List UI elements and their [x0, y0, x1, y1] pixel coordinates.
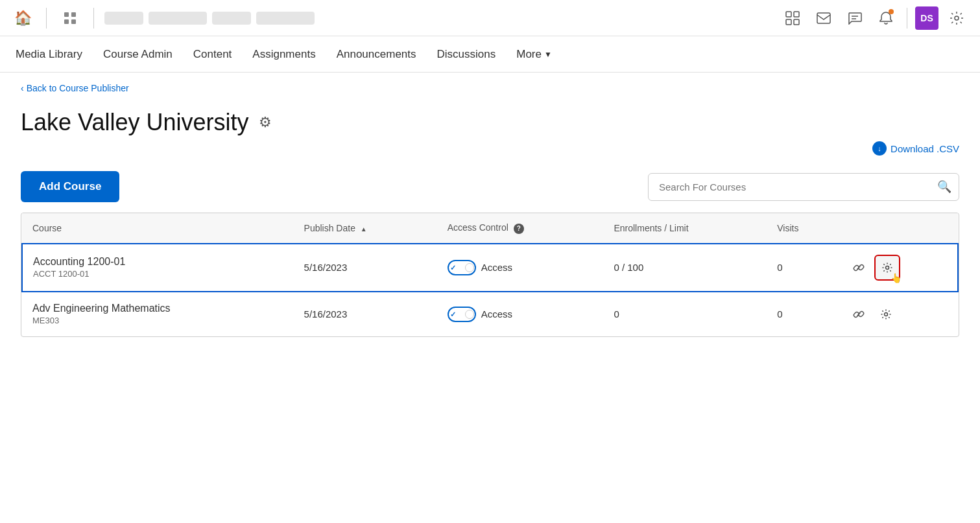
add-course-button[interactable]: Add Course [21, 171, 119, 202]
back-chevron-icon: ‹ [21, 83, 24, 93]
notification-bell-button[interactable] [873, 5, 899, 31]
notification-dot [889, 9, 894, 14]
courses-table-container: Course Publish Date ▲ Access Control ? E… [21, 213, 959, 337]
table-row: Accounting 1200-01 ACCT 1200-01 5/16/202… [22, 244, 958, 292]
svg-rect-3 [71, 19, 76, 24]
download-csv-icon: ↓ [872, 141, 887, 156]
enrollments-cell: 0 / 100 [603, 244, 767, 292]
course-code: ME303 [32, 316, 283, 325]
blurred-pill-3 [212, 12, 251, 25]
svg-rect-2 [64, 19, 69, 24]
actions-row-wrapper: ↓ Download .CSV [0, 141, 980, 161]
sort-arrow-icon: ▲ [361, 226, 367, 233]
table-header-row: Course Publish Date ▲ Access Control ? E… [22, 213, 958, 244]
chevron-down-icon: ▼ [544, 50, 552, 59]
link-icon-button[interactable] [847, 256, 870, 279]
page-settings-gear-icon[interactable]: ⚙ [259, 114, 272, 131]
blurred-pill-4 [256, 12, 315, 25]
visits-cell: 0 [767, 292, 839, 336]
svg-rect-0 [64, 12, 69, 17]
table-row: Adv Engineering Mathematics ME303 5/16/2… [22, 292, 958, 336]
top-bar-right: DS [780, 5, 970, 31]
access-control-cell: ✓ Access [437, 292, 604, 336]
secondary-nav: Media Library Course Admin Content Assig… [0, 36, 980, 73]
publish-date-cell: 5/16/2023 [294, 292, 437, 336]
course-name: Accounting 1200-01 [33, 256, 283, 268]
access-label: Access [481, 308, 512, 320]
nav-item-course-admin[interactable]: Course Admin [103, 45, 173, 64]
home-icon[interactable]: 🏠 [10, 7, 36, 29]
link-icon-button[interactable] [847, 303, 870, 326]
blurred-pill-1 [104, 12, 143, 25]
access-toggle-wrap: ✓ Access [448, 307, 593, 322]
nav-item-more[interactable]: More ▼ [516, 48, 552, 61]
course-cell: Adv Engineering Mathematics ME303 [22, 292, 294, 336]
col-enrollments: Enrollments / Limit [603, 213, 767, 244]
col-visits: Visits [767, 213, 839, 244]
blurred-pill-2 [149, 12, 207, 25]
col-actions [839, 213, 958, 244]
back-to-course-publisher-link[interactable]: ‹ Back to Course Publisher [21, 83, 959, 93]
nav-item-assignments[interactable]: Assignments [252, 45, 315, 64]
top-bar-left: 🏠 [10, 5, 780, 31]
nav-item-media-library[interactable]: Media Library [16, 45, 82, 64]
settings-icon-button[interactable] [944, 5, 970, 31]
chat-icon-button[interactable] [842, 5, 868, 31]
course-name: Adv Engineering Mathematics [32, 303, 283, 314]
svg-rect-7 [794, 19, 799, 25]
breadcrumb: ‹ Back to Course Publisher [0, 73, 980, 99]
access-label: Access [481, 262, 512, 273]
blurred-nav-pills [104, 12, 315, 25]
svg-point-12 [885, 266, 889, 269]
svg-rect-5 [794, 12, 799, 17]
svg-rect-6 [786, 19, 791, 25]
search-wrap: 🔍 [648, 173, 959, 201]
apps-grid-icon[interactable] [57, 5, 83, 31]
access-control-cell: ✓ Access [437, 244, 604, 292]
page-title: Lake Valley University [21, 109, 248, 136]
grid-icon-button[interactable] [780, 5, 806, 31]
publish-date-cell: 5/16/2023 [294, 244, 437, 292]
search-input[interactable] [648, 173, 959, 201]
nav-item-announcements[interactable]: Announcements [337, 45, 416, 64]
svg-rect-1 [71, 12, 76, 17]
svg-point-11 [955, 16, 959, 20]
nav-item-discussions[interactable]: Discussions [437, 45, 496, 64]
course-code: ACCT 1200-01 [33, 269, 283, 279]
svg-point-13 [884, 312, 887, 316]
divider2 [93, 8, 94, 29]
top-bar: 🏠 [0, 0, 980, 36]
courses-table: Course Publish Date ▲ Access Control ? E… [21, 213, 959, 336]
col-publish-date[interactable]: Publish Date ▲ [294, 213, 437, 244]
download-csv-link[interactable]: ↓ Download .CSV [872, 141, 959, 156]
mail-icon-button[interactable] [811, 5, 837, 31]
access-control-help-icon[interactable]: ? [514, 224, 524, 234]
row-actions-cell: 👆 [839, 244, 957, 291]
nav-item-content[interactable]: Content [193, 45, 232, 64]
cursor-icon: 👆 [890, 273, 902, 283]
row-actions-cell [839, 292, 958, 336]
row-settings-gear-button[interactable] [874, 303, 898, 326]
divider [46, 8, 47, 29]
row-settings-gear-button[interactable]: 👆 [874, 255, 900, 281]
divider3 [907, 8, 907, 29]
page-header: Lake Valley University ⚙ [0, 99, 980, 141]
svg-rect-8 [817, 13, 830, 23]
search-icon[interactable]: 🔍 [937, 180, 951, 194]
course-cell: Accounting 1200-01 ACCT 1200-01 [22, 244, 294, 292]
svg-rect-4 [786, 12, 791, 17]
user-avatar-button[interactable]: DS [915, 6, 938, 30]
enrollments-cell: 0 [603, 292, 767, 336]
visits-cell: 0 [767, 244, 839, 292]
col-access-control: Access Control ? [437, 213, 604, 244]
col-course: Course [22, 213, 294, 244]
actions-row: Add Course 🔍 [0, 161, 980, 213]
access-toggle-wrap: ✓ Access [448, 260, 593, 275]
